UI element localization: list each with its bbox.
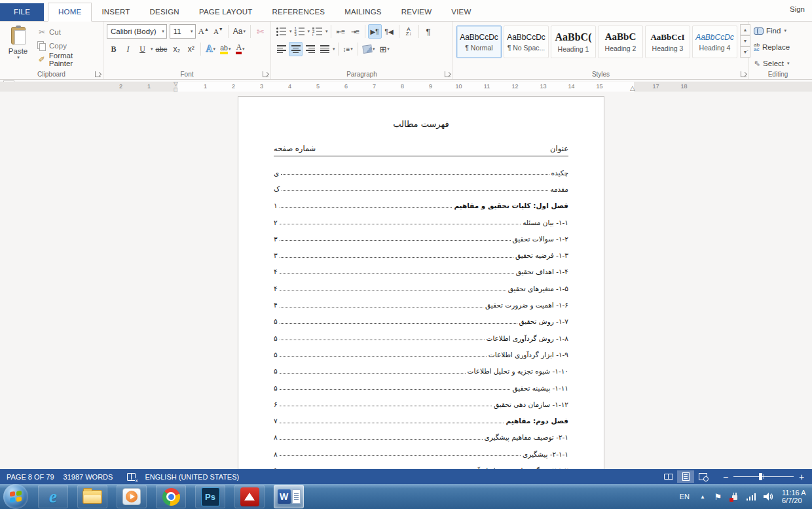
page-indicator[interactable]: PAGE 8 OF 79 (7, 473, 54, 481)
horizontal-ruler[interactable]: 211234567891011121314151718 ▽ □ △ (0, 82, 812, 92)
align-right-button[interactable] (303, 42, 317, 56)
document-page[interactable]: فهرست مطالب عنوان شماره صفحه چکیده ی مقد… (238, 96, 604, 469)
ribbon-tab[interactable]: DESIGN (140, 3, 189, 21)
toc-entry[interactable]: چکیده ی (274, 164, 568, 181)
superscript-button[interactable]: x² (184, 42, 198, 56)
font-name-combobox[interactable]: Calibri (Body)▾ (107, 24, 167, 39)
zoom-in-button[interactable]: + (796, 472, 807, 482)
toc-entry[interactable]: مقدمه ک (274, 181, 568, 197)
volume-icon[interactable] (764, 492, 774, 501)
multilevel-list-button[interactable]: 2i (310, 24, 324, 39)
numbering-button[interactable]: 123 (293, 24, 306, 39)
strikethrough-button[interactable]: abc (154, 42, 170, 56)
shading-button[interactable]: ▾ (361, 42, 377, 56)
grow-font-button[interactable]: A▲ (196, 24, 211, 39)
shrink-font-button[interactable]: A▼ (212, 24, 225, 39)
toc-entry[interactable]: ۲-۱- توصیف مفاهیم پیشگیری ۸ (274, 429, 568, 446)
font-name-dropdown-arrow[interactable]: ▾ (162, 29, 164, 34)
style-card[interactable]: AaBbCcDc Heading 4 (692, 26, 737, 58)
toc-entry[interactable]: ۱-۱۱- پیشینه تحقیق ۵ (274, 379, 568, 396)
style-card[interactable]: AaBbCcDc ¶ Normal (456, 26, 502, 58)
decrease-indent-button[interactable]: ⇤≡ (334, 24, 348, 39)
toc-entry[interactable]: ۱-۱۰- شیوه تجزیه و تحلیل اطلاعات ۵ (274, 363, 568, 379)
style-card[interactable]: AaBbCcI Heading 3 (645, 26, 690, 58)
document-area[interactable]: فهرست مطالب عنوان شماره صفحه چکیده ی مقد… (0, 93, 812, 469)
bullets-dropdown-arrow[interactable]: ▾ (289, 29, 292, 34)
action-center-flag-icon[interactable]: ⚑ (714, 492, 722, 502)
toc-entry[interactable]: ۱-۳- فرضیه تحقیق ۳ (274, 247, 568, 263)
font-size-dropdown-arrow[interactable]: ▾ (191, 29, 193, 34)
line-spacing-button[interactable]: ↕≡▾ (341, 42, 355, 56)
toc-entry[interactable]: ۱-۲- سوالات تحقیق ۳ (274, 230, 568, 247)
proofing-errors-icon[interactable] (127, 473, 136, 481)
clipboard-dialog-launcher[interactable] (95, 71, 101, 77)
paragraph-dialog-launcher[interactable] (445, 71, 451, 77)
toc-entry[interactable]: ۱-۸- روش گردآوری اطلاعات ۵ (274, 330, 568, 346)
language-bar[interactable]: EN (680, 493, 690, 500)
ribbon-tab[interactable]: PAGE LAYOUT (189, 3, 263, 21)
ribbon-tab[interactable]: HOME (48, 3, 92, 22)
italic-button[interactable]: I (121, 42, 135, 56)
sign-in-link[interactable]: Sign (790, 5, 812, 13)
zoom-slider-thumb[interactable] (759, 473, 762, 480)
ribbon-tab[interactable]: INSERT (92, 3, 139, 21)
ltr-text-direction-button[interactable]: ▶¶ (368, 24, 382, 39)
toc-entry[interactable]: ۱-۴- اهداف تحقیق ۴ (274, 264, 568, 280)
styles-dialog-launcher[interactable] (741, 71, 747, 77)
change-case-button[interactable]: Aa▾ (231, 24, 248, 39)
toc-entry[interactable]: ۱-۶- اهمیت و ضرورت تحقیق ۴ (274, 296, 568, 313)
replace-button[interactable]: abac Replace (752, 41, 803, 54)
page-content[interactable]: فهرست مطالب عنوان شماره صفحه چکیده ی مقد… (238, 97, 604, 469)
font-color-button[interactable]: A▾ (233, 42, 247, 56)
highlight-button[interactable]: ab▾ (218, 42, 232, 56)
font-size-combobox[interactable]: 11▾ (170, 24, 196, 39)
taskbar-clock[interactable]: 11:16 A 6/7/20 (782, 489, 812, 505)
style-card[interactable]: AaBbC Heading 2 (598, 26, 643, 58)
find-dropdown-arrow[interactable]: ▾ (784, 28, 786, 33)
align-left-button[interactable] (274, 42, 288, 56)
power-plug-icon[interactable] (730, 493, 739, 501)
toc-entry[interactable]: ۱-۷- روش تحقیق ۵ (274, 313, 568, 330)
numbering-dropdown-arrow[interactable]: ▾ (308, 29, 310, 34)
text-effects-button[interactable]: A▾ (204, 42, 217, 56)
hanging-indent-marker[interactable]: □ (174, 86, 177, 93)
clear-formatting-button[interactable]: ✄ (253, 24, 267, 39)
zoom-out-button[interactable]: − (720, 472, 731, 482)
toc-entry[interactable]: فصل اول: کلیات تحقیق و مفاهیم ۱ (274, 198, 568, 214)
copy-button[interactable]: Copy (35, 39, 100, 52)
borders-button[interactable]: ⊞▾ (377, 42, 391, 56)
bold-button[interactable]: B (107, 42, 120, 56)
justify-button[interactable] (318, 42, 331, 56)
underline-dropdown-arrow[interactable]: ▾ (151, 46, 153, 52)
style-card[interactable]: AaBbCcDc ¶ No Spac... (504, 26, 549, 58)
taskbar-acrobat[interactable] (234, 485, 265, 508)
toc-entry[interactable]: ۱-۵- متغیرهای تحقیق ۴ (274, 280, 568, 296)
rtl-text-direction-button[interactable]: ¶◀ (382, 24, 396, 39)
justify-dropdown-arrow[interactable]: ▾ (333, 46, 335, 52)
zoom-slider-rail[interactable] (733, 476, 794, 477)
right-indent-marker[interactable]: △ (630, 84, 635, 92)
taskbar-word-active[interactable]: W (274, 485, 304, 508)
language-indicator[interactable]: ENGLISH (UNITED STATES) (145, 473, 239, 481)
sort-button[interactable]: AZ↓ (402, 24, 416, 39)
network-signal-icon[interactable] (747, 493, 756, 500)
word-count[interactable]: 31987 WORDS (64, 473, 113, 481)
show-hidden-icons-button[interactable]: ▲ (700, 494, 705, 500)
taskbar-windows-explorer[interactable] (77, 485, 107, 508)
bullets-button[interactable] (274, 24, 288, 39)
read-mode-button[interactable] (660, 470, 677, 483)
taskbar-chrome[interactable] (156, 485, 186, 508)
ribbon-tab[interactable]: MAILINGS (335, 3, 392, 21)
align-center-button[interactable] (289, 42, 303, 56)
paste-dropdown-arrow[interactable]: ▾ (17, 55, 20, 60)
ribbon-tab[interactable]: FILE (0, 3, 44, 21)
toc-entry[interactable]: ۱-۹- ابزار گردآوری اطلاعات ۵ (274, 346, 568, 362)
select-button[interactable]: ⇖ Select ▾ (752, 57, 803, 70)
toc-entry[interactable]: فصل دوم: مفاهیم ۷ (274, 412, 568, 429)
web-layout-button[interactable] (694, 470, 711, 483)
increase-indent-button[interactable]: ⇥≡ (348, 24, 362, 39)
font-dialog-launcher[interactable] (263, 71, 268, 77)
ribbon-tab[interactable]: REVIEW (392, 3, 442, 21)
taskbar-photoshop[interactable]: Ps (195, 485, 225, 508)
toc-entry[interactable]: ۱-۱۲- سازمان دهی تحقیق ۶ (274, 396, 568, 412)
